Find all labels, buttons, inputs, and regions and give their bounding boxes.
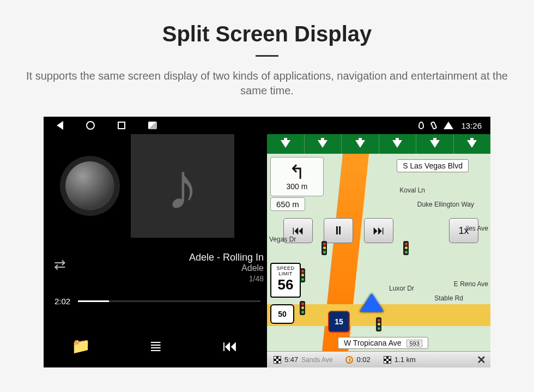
- hero-title: Split Screen Display: [0, 0, 534, 46]
- track-title: Adele - Rolling In: [189, 252, 264, 263]
- home-icon[interactable]: [86, 121, 95, 130]
- distance-flag-icon: [384, 356, 391, 364]
- map-label: iles Ave: [466, 225, 488, 232]
- next-street-badge: 593: [406, 340, 422, 347]
- map-canvas[interactable]: ↰ 300 m 650 m S Las Vegas Blvd ⏮ ⏸ ⏭ 1x …: [267, 154, 490, 351]
- speed-limit-value: 56: [271, 276, 300, 293]
- recents-icon[interactable]: [118, 122, 125, 129]
- previous-icon: ⏮: [222, 337, 238, 355]
- interstate-shield: 15: [328, 311, 350, 333]
- next-street-name: W Tropicana Ave: [344, 339, 402, 347]
- progress-row: 2:02: [54, 297, 260, 306]
- turn-dist-small: 300 m: [287, 182, 308, 191]
- traffic-light-icon: [376, 317, 381, 331]
- trip-distance-text: 1.1 km: [395, 355, 416, 364]
- map-label: Duke Ellington Way: [417, 201, 474, 208]
- trip-time-text: 0:02: [356, 355, 370, 364]
- location-icon: [418, 122, 424, 129]
- sim-next-button[interactable]: ⏭: [364, 218, 393, 243]
- speed-limit-label: SPEED LIMIT: [271, 266, 300, 276]
- track-index: 1/48: [189, 274, 264, 283]
- sim-pause-button[interactable]: ⏸: [324, 218, 353, 243]
- music-pane: ♪ ⇄ Adele - Rolling In Adele 1/48 2:02 📁…: [44, 134, 267, 367]
- shuffle-icon[interactable]: ⇄: [44, 252, 76, 273]
- lane-guidance-bar: [267, 134, 490, 154]
- eta-text: 5:47: [284, 355, 298, 364]
- close-icon: ✕: [477, 354, 486, 366]
- lane-arrow-icon: [318, 140, 327, 148]
- lane-arrow-icon: [392, 140, 402, 148]
- traffic-light-icon: [403, 241, 409, 255]
- elapsed-time: 2:02: [54, 297, 70, 306]
- previous-button[interactable]: ⏮: [192, 324, 267, 367]
- hero-subtitle: It supports the same screen display of t…: [22, 69, 512, 98]
- traffic-light-icon: [300, 268, 305, 282]
- folder-icon: 📁: [71, 337, 90, 355]
- next-street-pill: W Tropicana Ave 593: [338, 337, 428, 349]
- music-note-icon: ♪: [166, 153, 199, 219]
- lane-arrow-icon: [467, 140, 477, 148]
- turn-dist-large: 650 m: [270, 197, 305, 211]
- progress-slider[interactable]: [78, 300, 260, 302]
- folder-button[interactable]: 📁: [44, 324, 118, 367]
- current-street-pill: S Las Vegas Blvd: [397, 159, 469, 172]
- phone-icon: [430, 121, 438, 130]
- traffic-light-icon: [321, 241, 327, 255]
- map-label: Koval Ln: [399, 186, 425, 194]
- highway-shield: 50: [270, 304, 294, 324]
- lane-arrow-icon: [430, 140, 440, 148]
- clock-text: 13:26: [461, 121, 482, 130]
- nav-status-bar: 5:47 Sands Ave 0:02 1.1 km ✕: [267, 351, 490, 367]
- status-bar: 13:26: [44, 117, 490, 134]
- hero-underline: [256, 55, 278, 57]
- map-label: Sands Ave: [301, 356, 332, 364]
- map-label: E Reno Ave: [454, 280, 488, 288]
- lane-arrow-icon: [281, 140, 290, 148]
- playlist-button[interactable]: ≣: [118, 324, 193, 367]
- sim-controls: ⏮ ⏸ ⏭ 1x: [283, 218, 478, 243]
- track-artist: Adele: [189, 263, 264, 273]
- next-turn-card: ↰ 300 m: [270, 157, 324, 196]
- wifi-icon: [444, 122, 453, 129]
- device-frame: 13:26 ♪ ⇄ Adele - Rolling In Adele 1/48 …: [44, 117, 490, 367]
- playlist-icon: ≣: [149, 337, 162, 355]
- album-art: ♪: [131, 134, 234, 238]
- turn-left-icon: ↰: [289, 162, 305, 182]
- close-nav-button[interactable]: ✕: [472, 353, 490, 366]
- screenshot-icon[interactable]: [148, 122, 157, 129]
- jog-dial[interactable]: [65, 161, 114, 210]
- map-label: Stable Rd: [434, 294, 463, 302]
- map-label: Vegas Dr: [269, 236, 296, 243]
- lane-arrow-icon: [355, 140, 365, 148]
- navigation-pane: ↰ 300 m 650 m S Las Vegas Blvd ⏮ ⏸ ⏭ 1x …: [267, 134, 490, 367]
- map-label: Luxor Dr: [389, 285, 414, 292]
- speed-limit-sign: SPEED LIMIT 56: [270, 263, 301, 298]
- vehicle-heading-icon: [360, 293, 384, 312]
- traffic-light-icon: [300, 301, 305, 315]
- destination-flag-icon: [274, 356, 281, 364]
- back-icon[interactable]: [57, 121, 63, 130]
- clock-icon: [345, 356, 353, 364]
